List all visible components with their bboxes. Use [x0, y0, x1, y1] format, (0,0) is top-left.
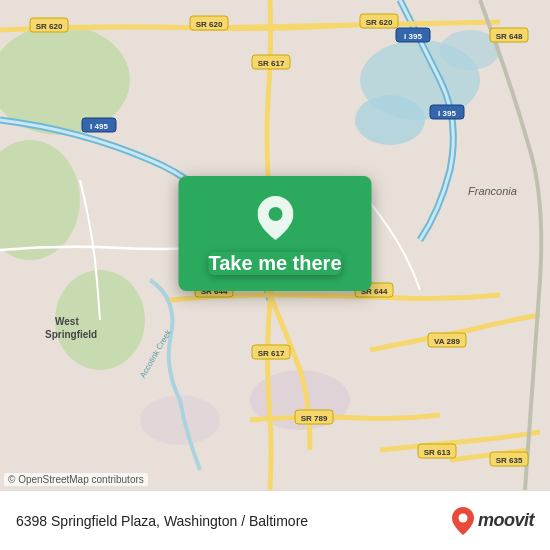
svg-text:Springfield: Springfield [45, 329, 97, 340]
svg-text:I 395: I 395 [438, 109, 456, 118]
svg-text:SR 613: SR 613 [424, 448, 451, 457]
svg-text:I 495: I 495 [90, 122, 108, 131]
take-me-there-button[interactable]: Take me there [208, 252, 341, 275]
moovit-pin-icon [452, 507, 474, 535]
svg-text:SR 617: SR 617 [258, 59, 285, 68]
svg-point-43 [268, 207, 282, 221]
svg-point-44 [458, 513, 467, 522]
bottom-bar: 6398 Springfield Plaza, Washington / Bal… [0, 490, 550, 550]
svg-text:VA 289: VA 289 [434, 337, 460, 346]
osm-attribution: © OpenStreetMap contributors [4, 473, 148, 486]
svg-text:SR 617: SR 617 [258, 349, 285, 358]
svg-text:Franconia: Franconia [468, 185, 517, 197]
address-label: 6398 Springfield Plaza, Washington / Bal… [16, 513, 308, 529]
svg-point-5 [355, 95, 425, 145]
location-pin-icon [257, 196, 293, 244]
svg-text:SR 635: SR 635 [496, 456, 523, 465]
cta-button-container: Take me there [178, 176, 371, 291]
address-text: 6398 Springfield Plaza, Washington / Bal… [16, 512, 452, 529]
svg-text:SR 648: SR 648 [496, 32, 523, 41]
map-container: SR 620 SR 620 SR 620 I 395 SR 648 I 495 … [0, 0, 550, 490]
svg-text:SR 620: SR 620 [36, 22, 63, 31]
svg-text:West: West [55, 316, 79, 327]
moovit-logo: moovit [452, 507, 534, 535]
svg-text:SR 789: SR 789 [301, 414, 328, 423]
moovit-name: moovit [478, 510, 534, 531]
svg-text:SR 620: SR 620 [366, 18, 393, 27]
svg-text:I 395: I 395 [404, 32, 422, 41]
svg-text:SR 620: SR 620 [196, 20, 223, 29]
